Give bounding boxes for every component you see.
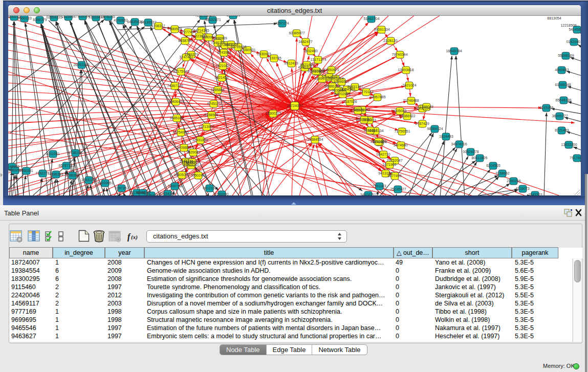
svg-text:8215955: 8215955: [539, 106, 553, 110]
svg-text:0812191: 0812191: [203, 186, 216, 190]
svg-text:3158692: 3158692: [495, 171, 509, 175]
svg-text:9521456: 9521456: [214, 76, 228, 79]
svg-text:4738299: 4738299: [68, 151, 82, 155]
svg-text:0932480: 0932480: [303, 49, 317, 53]
svg-text:6475255: 6475255: [101, 16, 115, 18]
svg-text:9821465: 9821465: [300, 63, 314, 67]
svg-text:4216073: 4216073: [515, 187, 529, 190]
svg-text:01429401: 01429401: [566, 40, 581, 43]
svg-text:34874016: 34874016: [451, 142, 467, 146]
svg-text:80112805: 80112805: [472, 156, 488, 160]
svg-text:34624751: 34624751: [360, 193, 376, 195]
svg-text:3387262: 3387262: [115, 186, 128, 190]
svg-text:5466889: 5466889: [213, 36, 227, 40]
svg-text:8813054: 8813054: [547, 16, 561, 20]
svg-text:96405377: 96405377: [173, 173, 189, 177]
svg-text:2787429: 2787429: [415, 122, 429, 125]
svg-text:39502402: 39502402: [190, 173, 206, 177]
svg-text:16648784: 16648784: [446, 49, 462, 53]
svg-text:51850671: 51850671: [323, 68, 339, 72]
svg-text:15300215: 15300215: [265, 112, 281, 115]
svg-text:(x): (x): [131, 234, 138, 240]
svg-text:4745171: 4745171: [207, 102, 221, 105]
svg-text:6998543: 6998543: [136, 191, 150, 194]
svg-text:02654235: 02654235: [46, 16, 62, 19]
svg-text:9600133: 9600133: [17, 16, 31, 20]
svg-text:81754965: 81754965: [172, 130, 188, 134]
svg-text:71756551: 71756551: [394, 129, 410, 133]
svg-text:31713900: 31713900: [198, 125, 214, 128]
svg-text:13433200: 13433200: [561, 143, 577, 146]
svg-text:5430391: 5430391: [19, 169, 33, 172]
svg-text:18724007: 18724007: [287, 104, 302, 107]
svg-text:80831367: 80831367: [347, 85, 363, 89]
svg-text:4060883: 4060883: [555, 68, 569, 72]
svg-text:7543303: 7543303: [528, 193, 542, 195]
svg-text:7193745: 7193745: [267, 56, 281, 60]
svg-text:f: f: [127, 232, 131, 242]
svg-text:60385977: 60385977: [289, 31, 304, 35]
svg-text:9743953: 9743953: [217, 51, 231, 54]
svg-text:61595148: 61595148: [555, 83, 571, 86]
svg-text:13171274: 13171274: [310, 58, 326, 61]
svg-text:62386922: 62386922: [399, 114, 415, 118]
svg-text:71746488: 71746488: [403, 99, 419, 102]
svg-text:87234309: 87234309: [159, 192, 175, 195]
svg-text:74367136: 74367136: [167, 84, 183, 87]
svg-text:8708317: 8708317: [151, 24, 165, 28]
svg-text:04499727: 04499727: [314, 77, 330, 80]
svg-text:9421047: 9421047: [215, 64, 229, 68]
svg-text:6193990: 6193990: [214, 192, 228, 195]
svg-text:9912419: 9912419: [284, 61, 298, 65]
svg-text:67737826: 67737826: [308, 69, 323, 73]
svg-text:99091334: 99091334: [374, 28, 389, 31]
svg-text:1226916: 1226916: [226, 16, 240, 17]
svg-text:37631165: 37631165: [81, 178, 97, 182]
svg-text:3285884: 3285884: [210, 88, 224, 92]
svg-text:17080531: 17080531: [239, 48, 255, 52]
svg-text:62702895: 62702895: [334, 92, 350, 96]
svg-text:5158506: 5158506: [204, 113, 218, 117]
svg-text:1671902: 1671902: [382, 163, 396, 166]
svg-text:6204505: 6204505: [486, 164, 500, 167]
svg-text:7182278: 7182278: [35, 171, 49, 175]
svg-text:55698169: 55698169: [558, 54, 574, 57]
svg-text:65787133: 65787133: [58, 164, 74, 167]
svg-text:3529042: 3529042: [186, 150, 200, 154]
svg-text:8721489: 8721489: [555, 128, 569, 132]
svg-text:7187026: 7187026: [343, 100, 357, 103]
svg-text:79740344: 79740344: [391, 53, 407, 56]
svg-text:98084124: 98084124: [427, 127, 443, 130]
svg-text:1031051: 1031051: [46, 152, 59, 156]
svg-text:15451680: 15451680: [370, 140, 386, 143]
svg-text:64139537: 64139537: [140, 20, 156, 24]
svg-text:5098393: 5098393: [65, 173, 79, 177]
svg-text:86578091: 86578091: [356, 118, 372, 121]
svg-text:4005045: 4005045: [393, 109, 406, 113]
svg-text:4316117: 4316117: [364, 128, 378, 132]
svg-text:67010651: 67010651: [97, 181, 113, 185]
svg-text:2260256: 2260256: [507, 179, 520, 183]
svg-text:4896383: 4896383: [49, 172, 63, 176]
svg-text:2421024: 2421024: [402, 83, 416, 87]
svg-text:25135427: 25135427: [390, 187, 406, 191]
svg-text:54145868: 54145868: [569, 28, 581, 31]
svg-text:34714345: 34714345: [193, 29, 209, 32]
svg-text:8386379: 8386379: [33, 18, 47, 21]
svg-text:7770143: 7770143: [359, 90, 373, 94]
svg-text:7357274: 7357274: [275, 21, 289, 25]
svg-text:8677496: 8677496: [387, 174, 401, 178]
svg-text:7991183: 7991183: [373, 184, 386, 188]
svg-text:0842710: 0842710: [376, 152, 390, 156]
svg-text:1824493: 1824493: [439, 135, 453, 138]
svg-text:34957885: 34957885: [369, 95, 385, 99]
svg-text:19384554: 19384554: [307, 138, 323, 141]
svg-text:1399049: 1399049: [419, 105, 433, 108]
svg-text:72423884: 72423884: [195, 16, 211, 17]
svg-text:4192832: 4192832: [114, 18, 127, 22]
svg-text:3747407: 3747407: [179, 55, 193, 59]
svg-text:12218506: 12218506: [560, 24, 576, 27]
svg-text:13493618: 13493618: [398, 68, 413, 72]
svg-text:3685160: 3685160: [169, 116, 183, 120]
svg-text:1745961: 1745961: [351, 108, 364, 112]
